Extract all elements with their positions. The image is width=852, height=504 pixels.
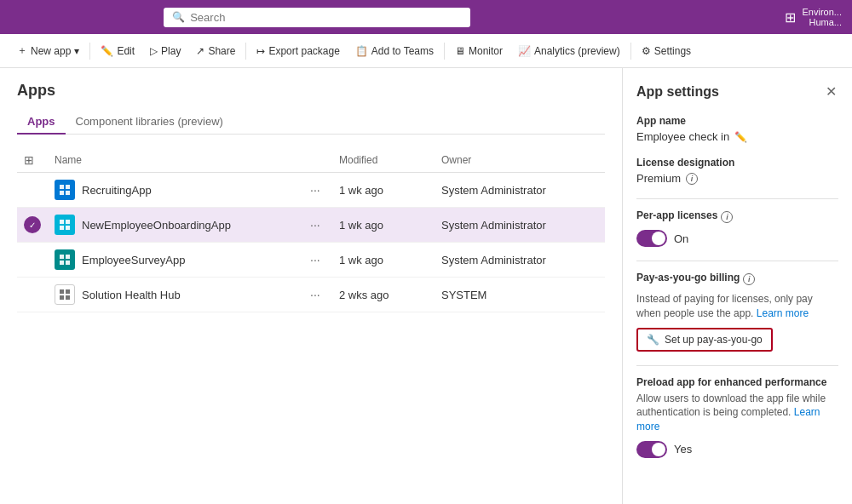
svg-rect-7 [66, 226, 70, 230]
share-button[interactable]: ↗ Share [189, 42, 242, 60]
setup-payg-label: Set up pay-as-you-go [665, 334, 763, 346]
header-owner: Owner [435, 148, 605, 173]
per-app-toggle-label: On [674, 232, 688, 245]
row-checkbox[interactable]: ✓ [17, 208, 48, 243]
close-button[interactable]: ✕ [824, 82, 838, 101]
row-check-empty [24, 286, 41, 303]
per-app-section: Per-app licenses i On [636, 209, 838, 247]
search-box[interactable]: 🔍 [164, 8, 470, 27]
svg-rect-9 [66, 255, 70, 259]
row-checkbox[interactable] [17, 173, 48, 208]
per-app-toggle-row: On [636, 230, 838, 247]
search-input[interactable] [190, 11, 462, 24]
svg-rect-2 [60, 191, 64, 195]
edit-button[interactable]: ✏️ Edit [94, 42, 141, 60]
per-app-info-icon[interactable]: i [721, 211, 733, 223]
payg-setup-icon: 🔧 [647, 334, 659, 346]
play-button[interactable]: ▷ Play [143, 42, 187, 60]
more-button[interactable]: ··· [305, 181, 325, 198]
payg-label: Pay-as-you-go billing [636, 272, 740, 284]
per-app-toggle[interactable] [636, 230, 667, 247]
svg-rect-10 [60, 261, 64, 265]
svg-rect-5 [66, 220, 70, 224]
export-package-button[interactable]: ↦ Export package [250, 42, 346, 60]
table-row[interactable]: EmployeeSurveyApp ··· 1 wk ago System Ad… [17, 243, 605, 278]
row-more-cell[interactable]: ··· [298, 243, 332, 278]
svg-rect-3 [66, 191, 70, 195]
table-row[interactable]: ✓ NewEmployeeOnboardingApp · [17, 208, 605, 243]
analytics-button[interactable]: 📈 Analytics (preview) [511, 42, 627, 60]
edit-label: Edit [117, 45, 135, 57]
app-name-label: App name [636, 115, 838, 127]
right-panel: App settings ✕ App name Employee check i… [622, 68, 852, 504]
row-checkbox[interactable] [17, 278, 48, 312]
more-button[interactable]: ··· [305, 251, 325, 268]
analytics-label: Analytics (preview) [534, 45, 620, 57]
more-button[interactable]: ··· [305, 216, 325, 233]
settings-label: Settings [654, 45, 691, 57]
app-icon [55, 284, 75, 305]
preload-toggle-row: Yes [636, 441, 838, 458]
svg-rect-11 [66, 261, 70, 265]
setup-payg-button[interactable]: 🔧 Set up pay-as-you-go [636, 328, 773, 352]
row-name-cell: Solution Health Hub [48, 278, 298, 312]
row-modified: 1 wk ago [332, 243, 435, 278]
svg-rect-12 [60, 289, 64, 294]
app-name-value: Employee check in ✏️ [636, 130, 838, 143]
row-more-cell[interactable]: ··· [298, 208, 332, 243]
row-owner: System Administrator [435, 243, 605, 278]
env-user: Environ... Huma... [803, 7, 842, 27]
more-button[interactable]: ··· [305, 286, 325, 303]
dropdown-icon: ▾ [74, 45, 79, 57]
new-app-button[interactable]: ＋ New app ▾ [10, 40, 86, 61]
row-checkbox[interactable] [17, 243, 48, 278]
app-icon [55, 180, 75, 200]
row-modified: 1 wk ago [332, 208, 435, 243]
preload-toggle-thumb [652, 443, 665, 456]
per-app-label: Per-app licenses [636, 209, 717, 221]
analytics-icon: 📈 [518, 45, 531, 57]
svg-rect-6 [60, 226, 64, 230]
svg-rect-13 [66, 289, 70, 294]
row-more-cell[interactable]: ··· [298, 278, 332, 312]
header-more [298, 148, 332, 173]
payg-desc: Instead of paying for licenses, only pay… [636, 292, 838, 321]
play-icon: ▷ [150, 45, 158, 57]
row-modified: 2 wks ago [332, 278, 435, 312]
monitor-icon: 🖥 [455, 45, 465, 57]
add-to-teams-button[interactable]: 📋 Add to Teams [348, 42, 440, 60]
selected-indicator: ✓ [24, 216, 41, 233]
toolbar-separator-2 [245, 43, 246, 60]
page-title: Apps [17, 82, 605, 100]
row-more-cell[interactable]: ··· [298, 173, 332, 208]
svg-rect-4 [60, 220, 64, 224]
license-info-icon[interactable]: i [686, 173, 698, 185]
app-name-section: App name Employee check in ✏️ [636, 115, 838, 143]
main-area: Apps Apps Component libraries (preview) … [0, 68, 852, 504]
preload-toggle[interactable] [636, 441, 667, 458]
payg-learn-more[interactable]: Learn more [757, 307, 809, 319]
teams-label: Add to Teams [371, 45, 434, 57]
svg-rect-15 [66, 295, 70, 300]
monitor-button[interactable]: 🖥 Monitor [448, 42, 509, 60]
toolbar-separator-3 [444, 43, 445, 60]
app-row-cell: Solution Health Hub [55, 284, 291, 305]
license-label: License designation [636, 157, 838, 169]
app-row-cell: NewEmployeeOnboardingApp [55, 215, 291, 235]
toolbar: ＋ New app ▾ ✏️ Edit ▷ Play ↗ Share ↦ Exp… [0, 34, 852, 68]
divider-2 [636, 261, 838, 261]
svg-rect-14 [60, 295, 64, 300]
app-row-cell: RecruitingApp [55, 180, 291, 200]
share-label: Share [208, 45, 235, 57]
app-name-edit-icon[interactable]: ✏️ [734, 131, 747, 143]
table-row[interactable]: RecruitingApp ··· 1 wk ago System Admini… [17, 173, 605, 208]
payg-info-icon[interactable]: i [743, 273, 755, 285]
svg-rect-8 [60, 255, 64, 259]
export-icon: ↦ [256, 45, 265, 57]
table-row[interactable]: Solution Health Hub ··· 2 wks ago SYSTEM [17, 278, 605, 312]
divider-3 [636, 365, 838, 366]
settings-button[interactable]: ⚙ Settings [635, 42, 698, 60]
tab-component-libraries[interactable]: Component libraries (preview) [66, 110, 233, 135]
row-owner: System Administrator [435, 208, 605, 243]
tab-apps[interactable]: Apps [17, 110, 66, 135]
